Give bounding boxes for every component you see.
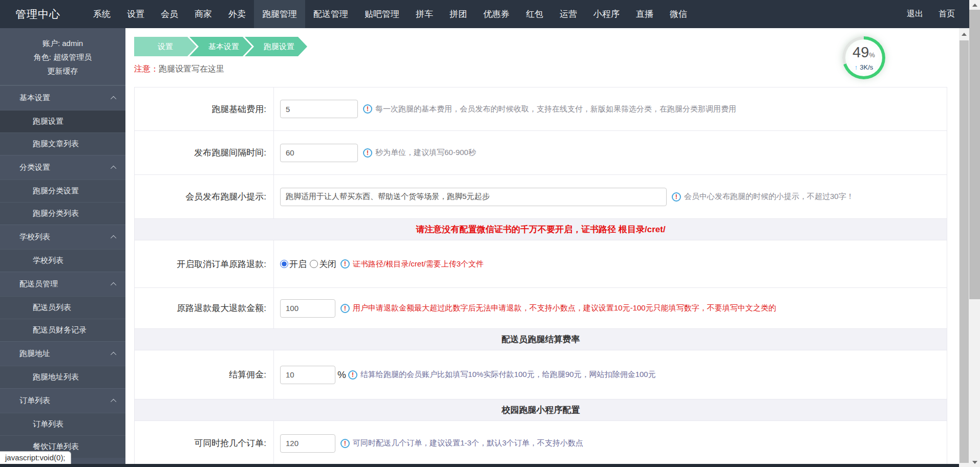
- info-icon: !: [672, 192, 681, 202]
- interval-input[interactable]: [280, 144, 358, 162]
- field-label: 原路退款最大退款金额:: [135, 288, 274, 328]
- sidebar-section-courier-management[interactable]: 配送员管理: [0, 272, 125, 296]
- sidebar-section-order-list[interactable]: 订单列表: [0, 388, 125, 413]
- nav-item-settings[interactable]: 设置: [119, 0, 153, 28]
- field-hint: 秒为单位，建议填写60-900秒: [375, 148, 476, 158]
- field-label: 发布跑腿间隔时间:: [135, 131, 274, 174]
- gauge-inner: 49% ↑3K/s: [845, 39, 882, 76]
- app-title: 管理中心: [0, 7, 85, 21]
- window-scrollbar-thumb[interactable]: [969, 10, 980, 299]
- refund-max-row: 原路退款最大退款金额: ! 用户申请退款金额最大超过此数字后无法申请退款，不支持…: [135, 288, 947, 329]
- nav-item-wechat[interactable]: 微信: [662, 0, 695, 28]
- account-role: 角色: 超级管理员: [4, 50, 121, 64]
- percent-suffix: %: [337, 369, 346, 381]
- scroll-down-icon: [972, 461, 977, 464]
- nav-item-merchants[interactable]: 商家: [186, 0, 220, 28]
- breadcrumb-errand-settings[interactable]: 跑腿设置: [245, 37, 307, 56]
- breadcrumb-basic-settings[interactable]: 基本设置: [189, 37, 252, 56]
- field-hint: 结算给跑腿的会员账户比如填写10%实际付款100元，给跑腿90元，网站扣除佣金1…: [360, 370, 656, 380]
- sidebar-item-errand-address-list[interactable]: 跑腿地址列表: [0, 366, 125, 388]
- sidebar-item-errand-settings[interactable]: 跑腿设置: [0, 110, 125, 132]
- sidebar-item-courier-finance[interactable]: 配送员财务记录: [0, 319, 125, 341]
- gauge-speed-value: 3K/s: [860, 63, 873, 71]
- account-panel: 账户: admin 角色: 超级管理员 更新缓存: [0, 28, 125, 85]
- commission-row: 结算佣金: % ! 结算给跑腿的会员账户比如填写10%实际付款100元，给跑腿9…: [135, 350, 947, 399]
- sidebar-item-courier-list[interactable]: 配送员列表: [0, 296, 125, 319]
- bottom-divider-bar: [0, 464, 959, 467]
- sidebar-section-label: 订单列表: [19, 396, 50, 406]
- nav-item-members[interactable]: 会员: [153, 0, 186, 28]
- nav-menu: 系统 设置 会员 商家 外卖 跑腿管理 配送管理 贴吧管理 拼车 拼团 优惠券 …: [85, 0, 695, 28]
- content-scrollbar-thumb[interactable]: [960, 40, 969, 463]
- max-orders-input[interactable]: [280, 434, 335, 453]
- refund-off-radio[interactable]: [310, 260, 318, 268]
- refund-on-label[interactable]: 开启: [289, 258, 307, 270]
- field-hint: 会员中心发布跑腿的时候的小提示，不超过30字！: [684, 192, 854, 202]
- refund-radio-group: 开启 关闭: [280, 258, 339, 270]
- chevron-up-icon: [111, 398, 116, 404]
- sidebar-section-school-list[interactable]: 学校列表: [0, 225, 125, 249]
- nav-item-redpacket[interactable]: 红包: [518, 0, 551, 28]
- scroll-up-icon: [962, 33, 967, 36]
- sidebar-item-category-list[interactable]: 跑腿分类列表: [0, 202, 125, 225]
- content-scrollbar[interactable]: [959, 28, 969, 467]
- chevron-up-icon: [111, 351, 116, 357]
- sidebar-item-category-setup[interactable]: 跑腿分类设置: [0, 180, 125, 202]
- sidebar-item-errand-articles[interactable]: 跑腿文章列表: [0, 132, 125, 155]
- window-scrollbar[interactable]: [969, 0, 980, 467]
- sidebar-section-errand-address[interactable]: 跑腿地址: [0, 341, 125, 366]
- nav-item-live[interactable]: 直播: [628, 0, 662, 28]
- info-icon: !: [363, 148, 372, 158]
- chevron-up-icon: [111, 235, 116, 240]
- max-orders-row: 可同时抢几个订单: ! 可同时配送几个订单，建议设置1-3个，默认3个订单，不支…: [135, 421, 947, 466]
- nav-item-delivery-management[interactable]: 配送管理: [305, 0, 356, 28]
- refund-max-input[interactable]: [280, 299, 335, 318]
- info-icon: !: [340, 304, 350, 313]
- sidebar-section-basic-settings[interactable]: 基本设置: [0, 85, 125, 110]
- commission-input[interactable]: [280, 366, 335, 384]
- gauge-percent-unit: %: [869, 51, 875, 59]
- main-content: 设置 基本设置 跑腿设置 注意：跑腿设置写在这里 49% ↑3K/s 跑腿基础费…: [125, 28, 959, 467]
- nav-item-coupons[interactable]: 优惠券: [475, 0, 518, 28]
- nav-item-groupbuy[interactable]: 拼团: [441, 0, 475, 28]
- field-label: 会员发布跑腿小提示:: [135, 175, 274, 218]
- scroll-up-button[interactable]: [969, 0, 980, 10]
- nav-item-miniprogram[interactable]: 小程序: [585, 0, 628, 28]
- logout-link[interactable]: 退出: [907, 9, 923, 19]
- breadcrumb-settings[interactable]: 设置: [134, 37, 197, 56]
- scroll-down-button[interactable]: [969, 457, 980, 467]
- settings-form: 跑腿基础费用: ! 每一次跑腿的基本费用，会员发布的时候收取，支持在线支付，新版…: [134, 87, 947, 466]
- sidebar-item-school-list[interactable]: 学校列表: [0, 249, 125, 272]
- courier-rate-header: 配送员跑腿结算费率: [135, 329, 947, 350]
- sidebar-section-category-settings[interactable]: 分类设置: [0, 155, 125, 180]
- sidebar-section-label: 基本设置: [19, 93, 50, 103]
- nav-item-errand-management[interactable]: 跑腿管理: [254, 0, 305, 28]
- sidebar-section-label: 跑腿地址: [19, 349, 50, 359]
- base-fee-input[interactable]: [280, 100, 358, 118]
- info-icon: !: [348, 370, 357, 380]
- nav-item-forum-management[interactable]: 贴吧管理: [356, 0, 408, 28]
- field-hint: 证书路径/根目录/cret/需要上传3个文件: [353, 259, 484, 269]
- chevron-up-icon: [111, 165, 116, 171]
- sidebar-item-order-list[interactable]: 订单列表: [0, 413, 125, 435]
- sidebar-section-label: 配送员管理: [19, 279, 58, 289]
- scroll-up-button[interactable]: [959, 29, 969, 39]
- home-link[interactable]: 首页: [939, 9, 955, 19]
- nav-item-operations[interactable]: 运营: [551, 0, 585, 28]
- gauge-percent: 49: [853, 44, 869, 60]
- field-label: 结算佣金:: [135, 350, 274, 399]
- refund-off-label[interactable]: 关闭: [319, 258, 336, 270]
- refund-switch-row: 开启取消订单原路退款: 开启 关闭 ! 证书路径/根目录/cret/需要上传3个…: [135, 240, 947, 288]
- chevron-up-icon: [111, 282, 116, 287]
- field-label: 跑腿基础费用:: [135, 87, 274, 130]
- top-navbar: 管理中心 系统 设置 会员 商家 外卖 跑腿管理 配送管理 贴吧管理 拼车 拼团…: [0, 0, 969, 28]
- sidebar-section-label: 分类设置: [19, 163, 50, 172]
- nav-item-carpool[interactable]: 拼车: [408, 0, 441, 28]
- chevron-up-icon: [111, 96, 116, 101]
- info-icon: !: [340, 439, 350, 448]
- member-tip-input[interactable]: [280, 188, 667, 206]
- refresh-cache-link[interactable]: 更新缓存: [4, 64, 121, 78]
- nav-item-takeout[interactable]: 外卖: [220, 0, 254, 28]
- refund-on-radio[interactable]: [280, 260, 288, 268]
- nav-item-system[interactable]: 系统: [85, 0, 119, 28]
